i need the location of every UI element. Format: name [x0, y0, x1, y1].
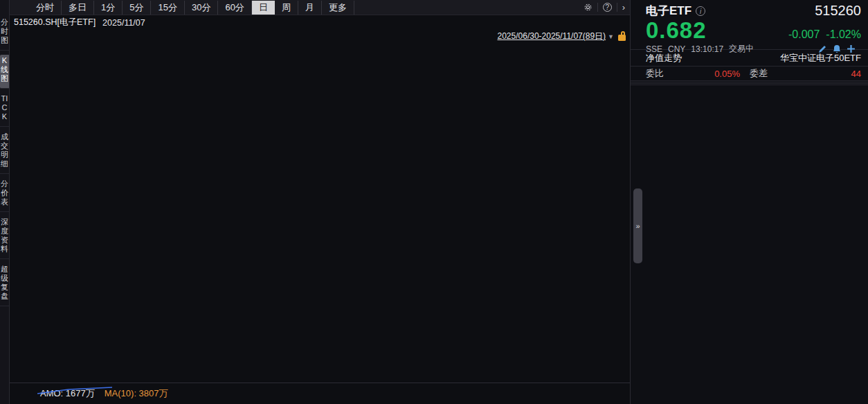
- period-tab[interactable]: 分时: [29, 1, 62, 15]
- volume-pane-header: AMO: 1677万 MA(10): 3807万: [10, 383, 630, 404]
- divider: [631, 83, 868, 84]
- sidebar-item-7[interactable]: 超级复盘: [0, 263, 10, 306]
- date-range-label[interactable]: 2025/06/30-2025/11/07(89日): [498, 30, 606, 42]
- instrument-code: 515260: [815, 3, 861, 19]
- sidebar-item-2[interactable]: K线图: [0, 55, 10, 89]
- period-tab[interactable]: 多日: [62, 1, 94, 15]
- kline-chart[interactable]: AMO: 1677万 MA(10): 3807万: [10, 43, 630, 404]
- sidebar-item-6[interactable]: 深度资料: [0, 216, 10, 259]
- trading-status: 交易中: [729, 43, 754, 55]
- sidebar-item-1[interactable]: 分时图: [0, 17, 10, 51]
- quote-header: 电子ETF i 515260 0.682 -0.007 -1.02% SSE C…: [631, 0, 868, 50]
- period-toolbar: 分时多日1分5分15分30分60分日周月更多 ? ›: [10, 0, 630, 15]
- weicha-label: 委差: [750, 67, 768, 80]
- period-tab[interactable]: 日: [252, 1, 275, 15]
- quote-time: 13:10:17: [691, 44, 723, 54]
- period-tab[interactable]: 月: [298, 1, 322, 15]
- period-tab[interactable]: 15分: [151, 1, 184, 15]
- symbol-label: 515260.SH[电子ETF]: [14, 17, 96, 28]
- chart-main-area: 分时多日1分5分15分30分60分日周月更多 ? › 515260.SH[电子E…: [10, 0, 630, 404]
- ma-values-row: 2025/06/30-2025/11/07(89日) ▼: [10, 30, 630, 43]
- period-tab[interactable]: 5分: [123, 1, 151, 15]
- period-tab[interactable]: 30分: [185, 1, 218, 15]
- gear-icon[interactable]: [579, 3, 598, 12]
- quote-info-row: 515260.SH[电子ETF] 2025/11/07: [10, 15, 630, 30]
- weicha-value: 44: [768, 69, 861, 79]
- toolbar-more-chevron-icon[interactable]: ›: [617, 2, 630, 12]
- trading-app-window: 分时图K线图TICK成交明细分价表深度资料超级复盘 分时多日1分5分15分30分…: [0, 0, 868, 404]
- nav-trend-tab[interactable]: 净值走势: [646, 52, 682, 64]
- period-tab[interactable]: 1分: [94, 1, 123, 15]
- panel-expand-handle[interactable]: »: [633, 188, 642, 263]
- weibi-value: 0.05%: [664, 69, 740, 79]
- instrument-name: 电子ETF: [646, 3, 691, 19]
- price-change: -0.007 -1.02%: [788, 28, 861, 41]
- commission-ratio-row: 委比 0.05% 委差 44: [631, 67, 868, 81]
- kline-chart-canvas[interactable]: [10, 43, 630, 404]
- date-range-control: 2025/06/30-2025/11/07(89日) ▼: [498, 30, 626, 42]
- fund-full-name: 华宝中证电子50ETF: [780, 52, 861, 64]
- unlock-icon[interactable]: [618, 35, 626, 41]
- sidebar-item-3[interactable]: TICK: [0, 93, 10, 127]
- quote-panel: » 电子ETF i 515260 0.682 -0.007 -1.02% SSE…: [630, 0, 868, 404]
- help-icon[interactable]: ?: [598, 3, 617, 12]
- volume-ma10-label: MA(10): 3807万: [105, 387, 168, 400]
- volume-ma-line-fragment: [37, 386, 114, 396]
- left-sidebar: 分时图K线图TICK成交明细分价表深度资料超级复盘: [0, 0, 10, 404]
- last-price: 0.682: [646, 17, 707, 44]
- period-tab[interactable]: 60分: [218, 1, 251, 15]
- sidebar-item-4[interactable]: 成交明细: [0, 131, 10, 174]
- sidebar-item-5[interactable]: 分价表: [0, 178, 10, 212]
- toolbar-right: ? ›: [579, 2, 630, 12]
- chevron-down-icon[interactable]: ▼: [608, 33, 614, 40]
- weibi-label: 委比: [646, 67, 664, 80]
- period-tab[interactable]: 周: [275, 1, 298, 15]
- divider: [631, 82, 868, 82]
- divider: [631, 85, 868, 85]
- trade-date-label: 2025/11/07: [102, 18, 145, 28]
- info-icon[interactable]: i: [696, 6, 705, 16]
- period-tabs: 分时多日1分5分15分30分60分日周月更多: [29, 1, 354, 15]
- period-tab[interactable]: 更多: [322, 1, 354, 15]
